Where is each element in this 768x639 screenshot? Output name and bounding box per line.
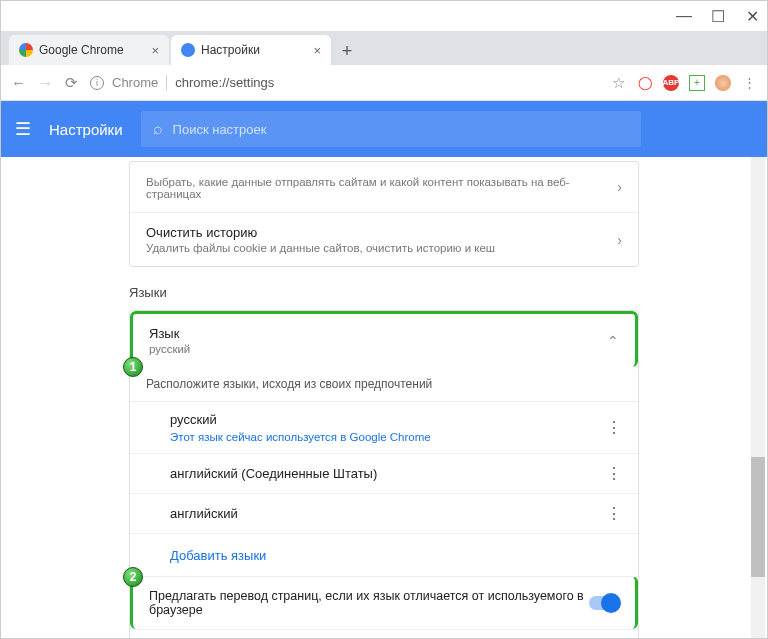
adblock-icon[interactable]: ABP xyxy=(663,75,679,91)
scrollbar-thumb[interactable] xyxy=(751,457,765,577)
row-value: русский xyxy=(149,343,607,355)
settings-header: ☰ Настройки ⌕ xyxy=(1,101,767,157)
lang-item-en: английский ⋮ xyxy=(130,493,638,533)
close-button[interactable]: ✕ xyxy=(745,9,759,23)
tab-label: Google Chrome xyxy=(39,43,124,57)
more-icon[interactable]: ⋮ xyxy=(606,504,622,523)
tab-close-icon[interactable]: × xyxy=(313,43,321,58)
yandex-icon[interactable]: ◯ xyxy=(637,75,653,91)
url-text: chrome://settings xyxy=(175,75,274,90)
language-expand-row[interactable]: 1 Язык русский ⌃ xyxy=(130,311,638,367)
settings-search[interactable]: ⌕ xyxy=(141,111,641,147)
section-languages: Языки xyxy=(129,285,639,300)
ext-plus-icon[interactable]: + xyxy=(689,75,705,91)
page-title: Настройки xyxy=(49,121,123,138)
profile-avatar[interactable] xyxy=(715,75,731,91)
add-languages-row[interactable]: Добавить языки xyxy=(130,533,638,576)
order-hint: Расположите языки, исходя из своих предп… xyxy=(130,367,638,401)
annotation-badge-1: 1 xyxy=(123,357,143,377)
site-info-icon[interactable]: i xyxy=(90,76,104,90)
url-scheme: Chrome xyxy=(112,75,167,90)
gear-icon xyxy=(181,43,195,57)
annotation-badge-2: 2 xyxy=(123,567,143,587)
lang-name: английский (Соединенные Штаты) xyxy=(170,466,377,481)
reload-icon[interactable]: ⟳ xyxy=(65,74,78,92)
chevron-right-icon: › xyxy=(617,179,622,195)
chevron-up-icon: ⌃ xyxy=(607,333,619,349)
clear-history-row[interactable]: Очистить историю Удалить файлы cookie и … xyxy=(130,213,638,266)
window-titlebar: — ☐ ✕ xyxy=(1,1,767,31)
maximize-button[interactable]: ☐ xyxy=(711,9,725,23)
tab-strip: Google Chrome × Настройки × + xyxy=(1,31,767,65)
row-title: Предлагать перевод страниц, если их язык… xyxy=(149,589,589,617)
row-title: Очистить историю xyxy=(146,225,617,240)
add-languages-link[interactable]: Добавить языки xyxy=(170,548,266,563)
lang-item-en-us: английский (Соединенные Штаты) ⋮ xyxy=(130,453,638,493)
minimize-button[interactable]: — xyxy=(677,9,691,23)
translate-toggle[interactable] xyxy=(589,596,619,610)
more-icon[interactable]: ⋮ xyxy=(606,464,622,483)
lang-name: английский xyxy=(170,506,238,521)
tab-settings[interactable]: Настройки × xyxy=(171,35,331,65)
tab-chrome[interactable]: Google Chrome × xyxy=(9,35,169,65)
spellcheck-row[interactable]: Проверка правописания русский ⌄ xyxy=(130,629,638,638)
row-subtitle: Выбрать, какие данные отправлять сайтам … xyxy=(146,176,617,200)
omnibox[interactable]: i Chrome chrome://settings xyxy=(90,75,600,90)
chrome-icon xyxy=(19,43,33,57)
tab-close-icon[interactable]: × xyxy=(151,43,159,58)
row-subtitle: Удалить файлы cookie и данные сайтов, оч… xyxy=(146,242,617,254)
extensions: ◯ ABP + ⋮ xyxy=(637,75,757,91)
new-tab-button[interactable]: + xyxy=(333,37,361,65)
privacy-card: Выбрать, какие данные отправлять сайтам … xyxy=(129,161,639,267)
lang-note: Этот язык сейчас используется в Google C… xyxy=(170,431,431,443)
chevron-right-icon: › xyxy=(617,232,622,248)
back-icon[interactable]: ← xyxy=(11,74,26,91)
hamburger-icon[interactable]: ☰ xyxy=(15,118,31,140)
star-icon[interactable]: ☆ xyxy=(612,74,625,92)
content-area: Выбрать, какие данные отправлять сайтам … xyxy=(1,157,767,638)
row-title: Язык xyxy=(149,326,607,341)
content-settings-row[interactable]: Выбрать, какие данные отправлять сайтам … xyxy=(130,162,638,213)
tab-label: Настройки xyxy=(201,43,260,57)
search-icon: ⌕ xyxy=(153,120,163,138)
translate-offer-row[interactable]: 2 Предлагать перевод страниц, если их яз… xyxy=(130,576,638,629)
address-bar: ← → ⟳ i Chrome chrome://settings ☆ ◯ ABP… xyxy=(1,65,767,101)
search-input[interactable] xyxy=(173,122,629,137)
lang-name: русский xyxy=(170,412,431,427)
menu-icon[interactable]: ⋮ xyxy=(741,75,757,91)
lang-item-russian: русский Этот язык сейчас используется в … xyxy=(130,401,638,453)
more-icon[interactable]: ⋮ xyxy=(606,418,622,437)
languages-card: 1 Язык русский ⌃ Расположите языки, исхо… xyxy=(129,310,639,638)
forward-icon: → xyxy=(38,74,53,91)
